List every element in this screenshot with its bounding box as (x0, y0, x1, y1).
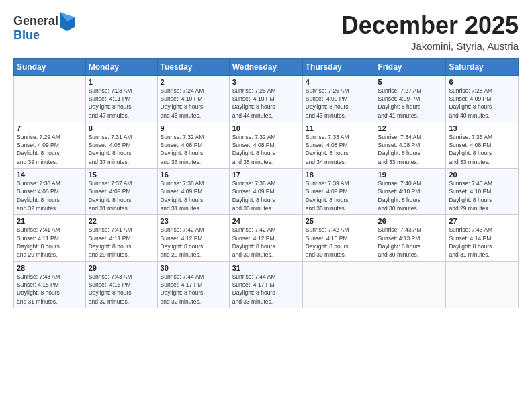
month-title: December 2025 (341, 12, 519, 39)
day-info: Sunrise: 7:42 AMSunset: 4:12 PMDaylight:… (232, 226, 300, 259)
day-number: 20 (449, 171, 515, 179)
day-number: 5 (378, 78, 443, 86)
day-info: Sunrise: 7:43 AMSunset: 4:16 PMDaylight:… (89, 273, 154, 306)
day-header-tuesday: Tuesday (157, 58, 229, 75)
calendar-cell (302, 261, 375, 308)
day-number: 13 (449, 124, 515, 132)
calendar-cell: 6Sunrise: 7:28 AMSunset: 4:09 PMDaylight… (446, 75, 519, 122)
day-number: 10 (232, 124, 300, 132)
calendar-week-3: 14Sunrise: 7:36 AMSunset: 4:08 PMDayligh… (14, 169, 519, 215)
day-number: 6 (449, 78, 515, 86)
day-header-monday: Monday (85, 58, 157, 75)
day-info: Sunrise: 7:24 AMSunset: 4:10 PMDaylight:… (161, 87, 226, 120)
day-number: 3 (232, 78, 300, 86)
calendar: SundayMondayTuesdayWednesdayThursdayFrid… (13, 58, 519, 308)
calendar-cell: 16Sunrise: 7:38 AMSunset: 4:09 PMDayligh… (157, 169, 229, 215)
day-header-wednesday: Wednesday (229, 58, 302, 75)
day-header-saturday: Saturday (446, 58, 519, 75)
day-info: Sunrise: 7:31 AMSunset: 4:08 PMDaylight:… (89, 133, 154, 166)
day-number: 18 (306, 171, 372, 179)
day-info: Sunrise: 7:41 AMSunset: 4:11 PMDaylight:… (17, 226, 83, 259)
calendar-cell: 5Sunrise: 7:27 AMSunset: 4:09 PMDaylight… (375, 75, 446, 122)
calendar-cell: 24Sunrise: 7:42 AMSunset: 4:12 PMDayligh… (229, 215, 302, 261)
calendar-cell (14, 75, 86, 122)
day-number: 28 (17, 264, 83, 272)
calendar-cell (375, 261, 446, 308)
calendar-cell: 20Sunrise: 7:40 AMSunset: 4:10 PMDayligh… (446, 169, 519, 215)
logo-general: General (13, 14, 58, 29)
day-info: Sunrise: 7:44 AMSunset: 4:17 PMDaylight:… (161, 273, 226, 306)
day-number: 27 (449, 217, 515, 225)
day-number: 23 (161, 217, 226, 225)
calendar-cell: 2Sunrise: 7:24 AMSunset: 4:10 PMDaylight… (157, 75, 229, 122)
calendar-cell: 12Sunrise: 7:34 AMSunset: 4:08 PMDayligh… (375, 122, 446, 168)
title-block: December 2025 Jakomini, Styria, Austria (341, 12, 519, 52)
day-number: 14 (17, 171, 83, 179)
day-number: 12 (378, 124, 443, 132)
day-info: Sunrise: 7:28 AMSunset: 4:09 PMDaylight:… (449, 87, 515, 120)
calendar-cell: 15Sunrise: 7:37 AMSunset: 4:09 PMDayligh… (85, 169, 157, 215)
day-info: Sunrise: 7:39 AMSunset: 4:09 PMDaylight:… (306, 179, 372, 212)
day-number: 24 (232, 217, 300, 225)
day-number: 2 (161, 78, 226, 86)
calendar-cell: 30Sunrise: 7:44 AMSunset: 4:17 PMDayligh… (157, 261, 229, 308)
day-number: 31 (232, 264, 300, 272)
header: General Blue December 2025 Jakomini, Sty… (13, 12, 519, 52)
calendar-cell: 8Sunrise: 7:31 AMSunset: 4:08 PMDaylight… (85, 122, 157, 168)
calendar-cell: 29Sunrise: 7:43 AMSunset: 4:16 PMDayligh… (85, 261, 157, 308)
calendar-cell: 11Sunrise: 7:33 AMSunset: 4:08 PMDayligh… (302, 122, 375, 168)
day-header-thursday: Thursday (302, 58, 375, 75)
day-header-sunday: Sunday (14, 58, 86, 75)
day-info: Sunrise: 7:32 AMSunset: 4:08 PMDaylight:… (161, 133, 226, 166)
day-info: Sunrise: 7:32 AMSunset: 4:08 PMDaylight:… (232, 133, 300, 166)
calendar-cell: 17Sunrise: 7:38 AMSunset: 4:09 PMDayligh… (229, 169, 302, 215)
day-info: Sunrise: 7:29 AMSunset: 4:09 PMDaylight:… (17, 133, 83, 166)
calendar-cell: 4Sunrise: 7:26 AMSunset: 4:09 PMDaylight… (302, 75, 375, 122)
day-number: 16 (161, 171, 226, 179)
calendar-cell: 14Sunrise: 7:36 AMSunset: 4:08 PMDayligh… (14, 169, 86, 215)
calendar-cell: 3Sunrise: 7:25 AMSunset: 4:10 PMDaylight… (229, 75, 302, 122)
day-number: 4 (306, 78, 372, 86)
calendar-cell: 28Sunrise: 7:43 AMSunset: 4:15 PMDayligh… (14, 261, 86, 308)
day-info: Sunrise: 7:27 AMSunset: 4:09 PMDaylight:… (378, 87, 443, 120)
day-info: Sunrise: 7:43 AMSunset: 4:14 PMDaylight:… (449, 226, 515, 259)
day-number: 19 (378, 171, 443, 179)
calendar-cell: 1Sunrise: 7:23 AMSunset: 4:11 PMDaylight… (85, 75, 157, 122)
calendar-cell: 22Sunrise: 7:41 AMSunset: 4:11 PMDayligh… (85, 215, 157, 261)
calendar-cell: 7Sunrise: 7:29 AMSunset: 4:09 PMDaylight… (14, 122, 86, 168)
calendar-cell: 23Sunrise: 7:42 AMSunset: 4:12 PMDayligh… (157, 215, 229, 261)
day-number: 29 (89, 264, 154, 272)
calendar-cell: 21Sunrise: 7:41 AMSunset: 4:11 PMDayligh… (14, 215, 86, 261)
day-info: Sunrise: 7:33 AMSunset: 4:08 PMDaylight:… (306, 133, 372, 166)
day-info: Sunrise: 7:41 AMSunset: 4:11 PMDaylight:… (89, 226, 154, 259)
day-number: 8 (89, 124, 154, 132)
day-info: Sunrise: 7:34 AMSunset: 4:08 PMDaylight:… (378, 133, 443, 166)
day-info: Sunrise: 7:42 AMSunset: 4:13 PMDaylight:… (306, 226, 372, 259)
calendar-week-2: 7Sunrise: 7:29 AMSunset: 4:09 PMDaylight… (14, 122, 519, 168)
day-number: 26 (378, 217, 443, 225)
calendar-cell: 25Sunrise: 7:42 AMSunset: 4:13 PMDayligh… (302, 215, 375, 261)
day-info: Sunrise: 7:40 AMSunset: 4:10 PMDaylight:… (378, 179, 443, 212)
day-info: Sunrise: 7:43 AMSunset: 4:15 PMDaylight:… (17, 273, 83, 306)
day-number: 15 (89, 171, 154, 179)
day-info: Sunrise: 7:23 AMSunset: 4:11 PMDaylight:… (89, 87, 154, 120)
day-info: Sunrise: 7:43 AMSunset: 4:13 PMDaylight:… (378, 226, 443, 259)
day-number: 30 (161, 264, 226, 272)
day-number: 11 (306, 124, 372, 132)
calendar-week-5: 28Sunrise: 7:43 AMSunset: 4:15 PMDayligh… (14, 261, 519, 308)
calendar-cell: 31Sunrise: 7:44 AMSunset: 4:17 PMDayligh… (229, 261, 302, 308)
calendar-cell: 18Sunrise: 7:39 AMSunset: 4:09 PMDayligh… (302, 169, 375, 215)
calendar-cell: 26Sunrise: 7:43 AMSunset: 4:13 PMDayligh… (375, 215, 446, 261)
calendar-cell: 10Sunrise: 7:32 AMSunset: 4:08 PMDayligh… (229, 122, 302, 168)
day-number: 1 (89, 78, 154, 86)
day-info: Sunrise: 7:36 AMSunset: 4:08 PMDaylight:… (17, 179, 83, 212)
day-info: Sunrise: 7:40 AMSunset: 4:10 PMDaylight:… (449, 179, 515, 212)
day-number: 25 (306, 217, 372, 225)
day-info: Sunrise: 7:25 AMSunset: 4:10 PMDaylight:… (232, 87, 300, 120)
calendar-cell: 9Sunrise: 7:32 AMSunset: 4:08 PMDaylight… (157, 122, 229, 168)
day-number: 7 (17, 124, 83, 132)
calendar-cell: 19Sunrise: 7:40 AMSunset: 4:10 PMDayligh… (375, 169, 446, 215)
calendar-cell: 27Sunrise: 7:43 AMSunset: 4:14 PMDayligh… (446, 215, 519, 261)
calendar-cell (446, 261, 519, 308)
day-info: Sunrise: 7:35 AMSunset: 4:08 PMDaylight:… (449, 133, 515, 166)
